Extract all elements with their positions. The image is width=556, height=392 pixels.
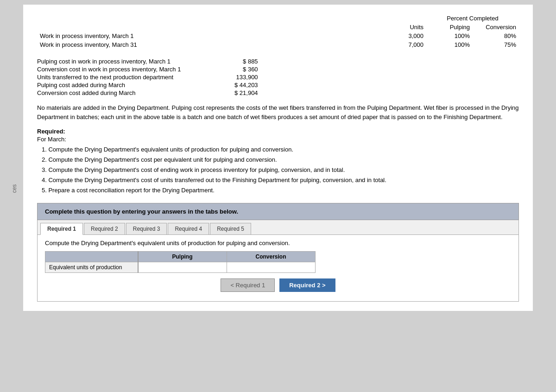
conversion-sub-header: Conversion: [473, 23, 519, 32]
info-label-0: Pulping cost in work in process inventor…: [37, 57, 232, 65]
tab-req5[interactable]: Required 5: [210, 223, 251, 234]
required-item-1: 1. Compute the Drying Department's equiv…: [42, 145, 519, 155]
equiv-row: Equivalent units of production: [45, 262, 316, 273]
tab-req1[interactable]: Required 1: [40, 223, 83, 235]
tab-description: Compute the Drying Department's equivale…: [45, 240, 511, 247]
info-row: Conversion cost in work in process inven…: [37, 65, 261, 73]
info-row: Pulping cost in work in process inventor…: [37, 57, 261, 65]
info-row: Conversion cost added during March$ 21,9…: [37, 89, 261, 97]
units-col-header: [389, 14, 426, 23]
info-value-2: 133,900: [232, 73, 261, 81]
empty-label: [37, 23, 389, 32]
tab1-content: Compute the Drying Department's equivale…: [38, 235, 518, 301]
equiv-pulping-input-cell[interactable]: [138, 262, 227, 273]
bottom-nav: < Required 1 Required 2 >: [45, 278, 511, 294]
info-label-3: Pulping cost added during March: [37, 81, 232, 89]
info-table: Pulping cost in work in process inventor…: [37, 57, 261, 97]
info-label-4: Conversion cost added during March: [37, 89, 232, 97]
equiv-conversion-header: Conversion: [227, 252, 315, 262]
required-item-3: 3. Compute the Drying Department's cost …: [42, 165, 519, 175]
label-col-header: [37, 14, 389, 23]
row-units-2: 7,000: [389, 40, 426, 49]
complete-banner-text: Complete this question by entering your …: [45, 208, 238, 215]
complete-banner: Complete this question by entering your …: [37, 203, 519, 220]
info-row: Units transferred to the next production…: [37, 73, 261, 81]
required-heading: Required:: [37, 128, 519, 135]
tabs-container: Required 1Required 2Required 3Required 4…: [37, 220, 519, 302]
required-sub-heading: For March:: [37, 136, 519, 143]
row-pulping-2: 100%: [426, 40, 473, 49]
required-item-5: 5. Prepare a cost reconciliation report …: [42, 185, 519, 196]
pulping-sub-header: Pulping: [426, 23, 473, 32]
percent-completed-header: Percent Completed: [426, 14, 519, 23]
equiv-row-label: Equivalent units of production: [45, 262, 138, 273]
info-section: Pulping cost in work in process inventor…: [37, 57, 519, 97]
main-container: ces Percent Completed Units Pulping Conv…: [23, 5, 533, 311]
row-units-1: 3,000: [389, 32, 426, 40]
equiv-table: Pulping Conversion Equivalent units of p…: [45, 251, 316, 273]
row-label-1: Work in process inventory, March 1: [37, 32, 389, 40]
equiv-pulping-input[interactable]: [148, 264, 217, 271]
prev-button[interactable]: < Required 1: [221, 278, 275, 292]
next-button[interactable]: Required 2 >: [279, 278, 335, 292]
info-value-4: $ 21,904: [232, 89, 261, 97]
table-row: Work in process inventory, March 31 7,00…: [37, 40, 519, 49]
row-conversion-2: 75%: [473, 40, 519, 49]
units-sub-header: Units: [389, 23, 426, 32]
required-item-4: 4. Compute the Drying Department's cost …: [42, 175, 519, 185]
equiv-pulping-header: Pulping: [138, 252, 227, 262]
info-row: Pulping cost added during March$ 44,203: [37, 81, 261, 89]
equiv-conversion-input-cell[interactable]: [227, 262, 315, 273]
required-list: 1. Compute the Drying Department's equiv…: [37, 145, 519, 196]
table-row: Work in process inventory, March 1 3,000…: [37, 32, 519, 40]
row-pulping-1: 100%: [426, 32, 473, 40]
row-conversion-1: 80%: [473, 32, 519, 40]
paragraph-text: No materials are added in the Drying Dep…: [37, 103, 519, 121]
info-value-1: $ 360: [232, 65, 261, 73]
tab-req3[interactable]: Required 3: [126, 223, 167, 234]
row-label-2: Work in process inventory, March 31: [37, 40, 389, 49]
required-section: Required: For March: 1. Compute the Dryi…: [37, 128, 519, 196]
info-value-3: $ 44,203: [232, 81, 261, 89]
required-item-2: 2. Compute the Drying Department's cost …: [42, 155, 519, 165]
equiv-col-empty: [45, 252, 138, 262]
tabs-row: Required 1Required 2Required 3Required 4…: [38, 220, 518, 235]
tab-req4[interactable]: Required 4: [168, 223, 209, 234]
info-label-2: Units transferred to the next production…: [37, 73, 232, 81]
info-value-0: $ 885: [232, 57, 261, 65]
sidebar-label: ces: [11, 184, 18, 193]
equiv-conversion-input[interactable]: [236, 264, 306, 271]
top-data-table: Percent Completed Units Pulping Conversi…: [37, 14, 519, 49]
tab-req2[interactable]: Required 2: [84, 223, 125, 234]
info-label-1: Conversion cost in work in process inven…: [37, 65, 232, 73]
